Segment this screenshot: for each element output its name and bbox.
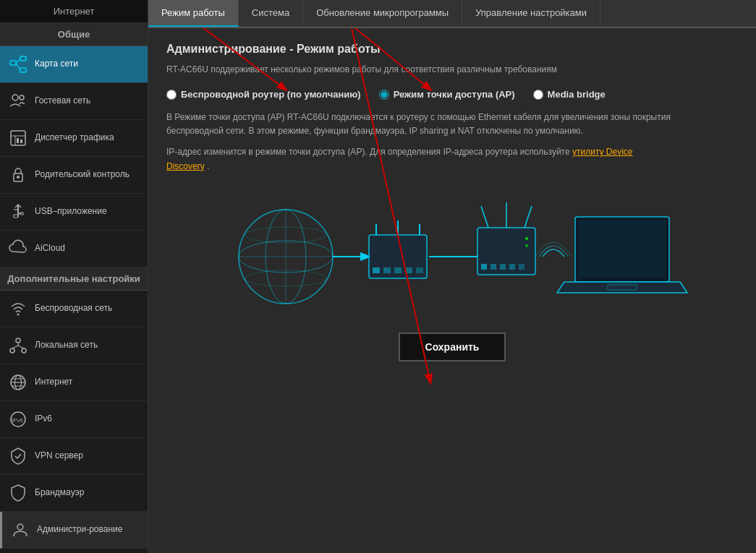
content-area: Администрирование - Режим работы RT-AC66…	[148, 28, 756, 553]
aicloud-icon	[7, 238, 29, 260]
radio-media-bridge[interactable]: Media bridge	[533, 89, 606, 100]
sidebar-item-label: VPN сервер	[35, 450, 83, 462]
advanced-section-header: Дополнительные настройки	[0, 267, 148, 291]
svg-rect-48	[394, 267, 402, 273]
sidebar-item-guest-network[interactable]: Гостевая сеть	[0, 83, 148, 120]
svg-rect-10	[17, 138, 19, 143]
internet-icon	[7, 372, 29, 393]
svg-line-66	[199, 28, 286, 90]
general-section-header: Общие	[0, 23, 148, 46]
svg-line-52	[481, 206, 488, 228]
save-button[interactable]: Сохранить	[399, 333, 506, 361]
sidebar-item-label: Беспроводная сеть	[35, 303, 112, 314]
svg-rect-64	[579, 220, 666, 277]
sidebar-item-label: Родительский контроль	[35, 169, 129, 181]
sidebar-item-label: IPv6	[35, 413, 52, 425]
radio-wireless-router[interactable]: Беспроводной роутер (по умолчанию)	[166, 89, 361, 100]
sidebar-item-label: Интернет	[35, 377, 72, 388]
radio-ap-mode[interactable]: Режим точки доступа (AP)	[379, 89, 515, 100]
sidebar-item-label: Диспетчер трафика	[35, 132, 114, 144]
sidebar-item-internet[interactable]: Интернет	[0, 364, 148, 401]
svg-line-3	[16, 59, 20, 63]
admin-icon	[9, 519, 31, 541]
sidebar-item-firewall[interactable]: Брандмауэр	[0, 475, 148, 512]
page-description: RT-AC66U поддерживает несколько режимов …	[166, 64, 738, 74]
sidebar-item-label: Гостевая сеть	[35, 95, 90, 107]
svg-line-25	[18, 346, 24, 348]
svg-rect-59	[509, 264, 515, 270]
sidebar-item-traffic[interactable]: Диспетчер трафика	[0, 120, 148, 157]
sidebar-top-item[interactable]: Интернет	[0, 0, 148, 23]
svg-point-13	[17, 176, 20, 179]
tab-operation-mode[interactable]: Режим работы	[148, 0, 239, 27]
radio-label-ap: Режим точки доступа (AP)	[394, 89, 515, 100]
svg-point-62	[525, 244, 528, 247]
svg-point-33	[17, 524, 23, 530]
sidebar-item-label: Карта сети	[35, 59, 78, 70]
warning-text: IP-адрес изменится в режиме точки доступ…	[166, 145, 673, 173]
svg-rect-58	[500, 264, 506, 270]
svg-point-61	[525, 237, 528, 240]
sidebar-item-network-map[interactable]: Карта сети	[0, 46, 148, 83]
svg-rect-50	[416, 267, 423, 273]
svg-line-54	[524, 206, 532, 228]
svg-rect-46	[373, 267, 380, 273]
sidebar-item-vpn[interactable]: VPN сервер	[0, 438, 148, 475]
svg-rect-47	[383, 267, 391, 273]
svg-point-19	[17, 314, 20, 316]
radio-label-wireless: Беспроводной роутер (по умолчанию)	[181, 89, 361, 100]
svg-rect-57	[490, 264, 496, 270]
svg-rect-0	[10, 61, 16, 65]
svg-line-67	[351, 28, 430, 90]
svg-point-21	[10, 348, 14, 353]
svg-rect-11	[20, 140, 22, 143]
page-title: Администрирование - Режим работы	[166, 43, 738, 56]
svg-line-4	[16, 63, 20, 70]
main-content: Режим работы Система Обновление микропро…	[148, 0, 756, 553]
lan-icon	[7, 335, 29, 356]
svg-rect-49	[405, 267, 412, 273]
sidebar-item-ipv6[interactable]: IPv6 IPv6	[0, 401, 148, 438]
traffic-icon	[7, 127, 29, 149]
sidebar-item-label: Администри-рование	[37, 524, 122, 536]
vpn-icon	[7, 445, 29, 467]
svg-text:IPv6: IPv6	[12, 417, 24, 424]
network-diagram	[166, 184, 738, 329]
svg-rect-2	[20, 68, 26, 72]
network-map-icon	[7, 53, 29, 75]
svg-point-22	[22, 348, 26, 353]
info-text: В Режиме точки доступа (AP) RT-AC66U под…	[166, 111, 673, 138]
svg-rect-60	[519, 264, 524, 270]
svg-point-6	[20, 95, 24, 100]
top-navigation: Режим работы Система Обновление микропро…	[148, 0, 756, 28]
tab-system[interactable]: Система	[239, 0, 303, 27]
sidebar-item-label: Брандмауэр	[35, 487, 84, 499]
save-button-container: Сохранить	[166, 333, 738, 361]
svg-line-24	[12, 346, 18, 348]
svg-rect-56	[481, 264, 487, 270]
sidebar-item-lan[interactable]: Локальная сеть	[0, 327, 148, 364]
svg-point-20	[16, 338, 20, 343]
wireless-icon	[7, 298, 29, 320]
ipv6-icon: IPv6	[7, 408, 29, 430]
radio-options-group: Беспроводной роутер (по умолчанию) Режим…	[166, 89, 738, 100]
sidebar-item-label: Локальная сеть	[35, 340, 98, 351]
sidebar-item-aicloud[interactable]: AiCloud	[0, 231, 148, 267]
usb-icon	[7, 201, 29, 223]
tab-settings-management[interactable]: Управление настройками	[462, 0, 600, 27]
tab-firmware[interactable]: Обновление микропрограммы	[303, 0, 462, 27]
guest-network-icon	[7, 90, 29, 112]
sidebar-item-label: AiCloud	[35, 243, 65, 254]
svg-point-5	[12, 95, 18, 100]
sidebar-item-label: USB–приложение	[35, 206, 107, 218]
sidebar-item-parental[interactable]: Родительский контроль	[0, 157, 148, 194]
sidebar-item-usb[interactable]: USB–приложение	[0, 194, 148, 231]
svg-rect-1	[20, 56, 26, 61]
sidebar: Интернет Общие Карта сети	[0, 0, 148, 553]
parental-icon	[7, 164, 29, 186]
firewall-icon	[7, 482, 29, 504]
radio-label-media: Media bridge	[548, 89, 606, 100]
sidebar-item-wireless[interactable]: Беспроводная сеть	[0, 291, 148, 327]
sidebar-item-admin[interactable]: Администри-рование	[0, 512, 148, 549]
